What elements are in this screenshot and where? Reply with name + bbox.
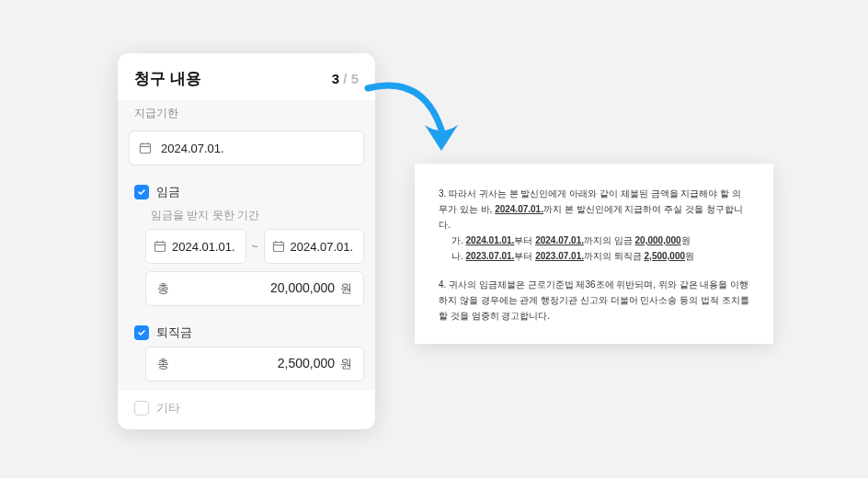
- wage-date-range: 2024.01.01. ~ 2024.07.01.: [118, 229, 375, 271]
- severance-amount-row: 총 2,500,000 원: [118, 347, 375, 391]
- doc3b-d2: 2023.07.01.: [535, 251, 584, 261]
- doc3a-d2: 2024.07.01.: [535, 235, 584, 245]
- card-header: 청구 내용 3 / 5: [118, 53, 375, 100]
- severance-label: 퇴직금: [156, 324, 192, 341]
- claim-form-card: 청구 내용 3 / 5 지급기한 2024.07.01. 임금 임금을 받지 못…: [118, 53, 375, 429]
- other-checkbox[interactable]: [134, 401, 149, 415]
- wage-amount-row: 총 20,000,000 원: [118, 271, 375, 315]
- doc3a-amt: 20,000,000: [635, 235, 681, 245]
- doc-item-3a: 가. 2024.01.01.부터 2024.07.01.까지의 임금 20,00…: [439, 233, 749, 248]
- wage-to-value: 2024.07.01.: [291, 240, 354, 254]
- severance-unit: 원: [340, 356, 352, 372]
- document-preview: 3. 따라서 귀사는 본 발신인에게 아래와 같이 체불된 금액을 지급해야 할…: [415, 164, 773, 344]
- calendar-icon: [139, 142, 152, 154]
- doc3b-unit: 원: [685, 251, 694, 261]
- card-title: 청구 내용: [134, 68, 201, 89]
- severance-amount-input[interactable]: 총 2,500,000 원: [145, 347, 364, 381]
- step-indicator: 3 / 5: [332, 71, 359, 86]
- severance-check-row[interactable]: 퇴직금: [118, 315, 375, 347]
- arrow-icon: [359, 79, 478, 171]
- calendar-icon: [154, 240, 166, 253]
- step-current: 3: [332, 71, 339, 86]
- wage-amount-input[interactable]: 총 20,000,000 원: [145, 271, 364, 306]
- wage-label: 임금: [156, 184, 180, 200]
- severance-total-label: 총: [157, 356, 169, 372]
- doc3a-mid2: 까지의 임금: [584, 235, 635, 245]
- deadline-label: 지급기한: [118, 100, 375, 125]
- wage-unit: 원: [340, 280, 352, 297]
- doc-item-4: 4. 귀사의 임금체불은 근로기준법 제36조에 위반되며, 위와 같은 내용을…: [439, 277, 749, 324]
- severance-checkbox[interactable]: [134, 325, 149, 340]
- other-check-row[interactable]: 기타: [118, 391, 375, 416]
- wage-to-input[interactable]: 2024.07.01.: [264, 229, 365, 264]
- doc3b-d1: 2023.07.01.: [466, 251, 515, 261]
- doc3b-mid2: 까지의 퇴직금: [584, 251, 645, 261]
- range-tilde: ~: [252, 240, 258, 253]
- doc3-date: 2024.07.01.: [495, 204, 543, 214]
- wage-check-row[interactable]: 임금: [118, 175, 375, 206]
- step-total: 5: [351, 71, 359, 86]
- doc3a-unit: 원: [681, 235, 691, 245]
- doc-item-3b: 나. 2023.07.01.부터 2023.07.01.까지의 퇴직금 2,50…: [439, 248, 749, 264]
- wage-checkbox[interactable]: [134, 185, 149, 199]
- wage-total-label: 총: [157, 280, 169, 297]
- wage-period-label: 임금을 받지 못한 기간: [118, 206, 375, 229]
- doc3b-prefix: 나.: [451, 251, 466, 261]
- severance-total-value: 2,500,000: [278, 356, 335, 370]
- doc3a-d1: 2024.01.01.: [466, 235, 515, 245]
- wage-total-value: 20,000,000: [270, 280, 335, 295]
- svg-rect-0: [141, 144, 151, 154]
- deadline-input[interactable]: 2024.07.01.: [129, 131, 364, 165]
- doc3a-mid1: 부터: [514, 235, 535, 245]
- svg-rect-4: [155, 243, 166, 252]
- deadline-value: 2024.07.01.: [161, 142, 224, 155]
- deadline-section: 2024.07.01.: [118, 125, 375, 175]
- doc-item-3: 3. 따라서 귀사는 본 발신인에게 아래와 같이 체불된 금액을 지급해야 할…: [439, 186, 749, 264]
- calendar-icon: [272, 240, 285, 253]
- doc3a-prefix: 가.: [451, 235, 466, 245]
- wage-from-input[interactable]: 2024.01.01.: [145, 229, 246, 264]
- doc3b-mid1: 부터: [514, 251, 535, 261]
- doc3b-amt: 2,500,000: [645, 251, 686, 261]
- wage-from-value: 2024.01.01.: [172, 240, 235, 254]
- step-sep: /: [339, 71, 351, 86]
- svg-rect-8: [273, 243, 283, 252]
- other-label: 기타: [156, 400, 180, 416]
